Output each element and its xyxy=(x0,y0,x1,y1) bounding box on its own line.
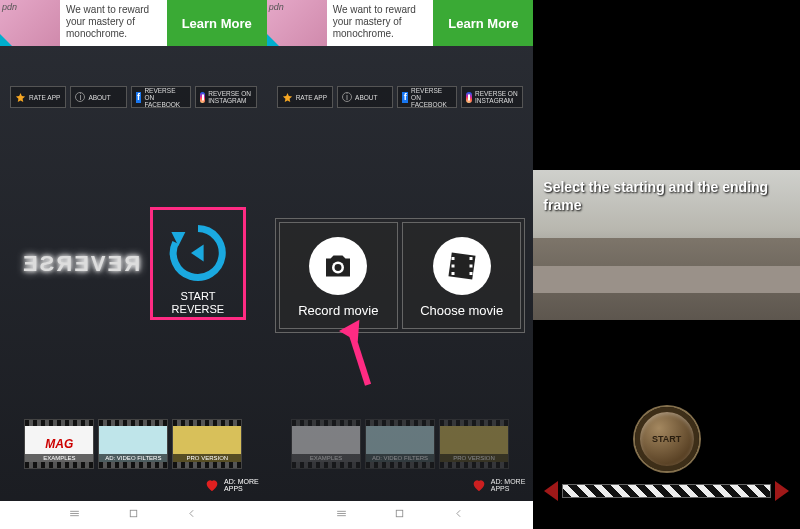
facebook-icon: f xyxy=(136,92,142,103)
instagram-label: REVERSE ON INSTAGRAM xyxy=(475,90,518,104)
svg-point-2 xyxy=(335,264,342,271)
trim-bar[interactable] xyxy=(562,484,771,498)
info-icon: i xyxy=(75,92,85,102)
instagram-icon xyxy=(466,92,472,103)
screen-trim: Select the starting and the ending frame… xyxy=(533,0,800,529)
nav-home-icon[interactable] xyxy=(393,506,406,524)
nav-recents-icon[interactable] xyxy=(68,506,81,524)
svg-rect-4 xyxy=(451,257,454,260)
svg-rect-6 xyxy=(451,272,454,275)
about-button[interactable]: iABOUT xyxy=(337,86,393,108)
nav-recents-icon[interactable] xyxy=(335,506,348,524)
heart-icon xyxy=(471,477,487,493)
video-filters-tile[interactable]: AD: VIDEO FILTERS xyxy=(98,419,168,469)
svg-rect-5 xyxy=(451,265,454,268)
examples-tile[interactable]: EXAMPLES xyxy=(291,419,361,469)
instagram-button[interactable]: REVERSE ON INSTAGRAM xyxy=(195,86,257,108)
trim-handle-left[interactable] xyxy=(544,481,558,501)
ad-cta-button[interactable]: Learn More xyxy=(433,0,533,46)
facebook-button[interactable]: f REVERSE ON FACEBOOK xyxy=(131,86,191,108)
video-preview[interactable]: Select the starting and the ending frame xyxy=(533,170,800,320)
pro-version-tile[interactable]: PRO VERSION xyxy=(439,419,509,469)
more-apps-button[interactable]: AD: MORE APPS xyxy=(471,477,526,493)
video-filters-tile[interactable]: AD: VIDEO FILTERS xyxy=(365,419,435,469)
start-reverse-label: START REVERSE xyxy=(172,290,225,314)
top-button-row: RATE APP i ABOUT f REVERSE ON FACEBOOK R… xyxy=(10,86,257,108)
app-logo: REVERSE xyxy=(21,251,140,277)
more-apps-label: AD: MORE APPS xyxy=(491,478,526,492)
about-label: ABOUT xyxy=(88,94,110,101)
start-button-label: START xyxy=(652,434,681,444)
more-apps-button[interactable]: AD: MORE APPS xyxy=(204,477,259,493)
svg-rect-0 xyxy=(130,510,137,517)
svg-rect-7 xyxy=(469,257,472,260)
camera-icon xyxy=(320,248,356,284)
nav-home-icon[interactable] xyxy=(127,506,140,524)
adchoices-icon xyxy=(267,34,279,46)
ad-image xyxy=(0,0,60,46)
adchoices-icon xyxy=(0,34,12,46)
about-label: ABOUT xyxy=(355,94,377,101)
choose-movie-button[interactable]: Choose movie xyxy=(402,222,521,329)
nav-back-icon[interactable] xyxy=(185,506,198,524)
examples-label: EXAMPLES xyxy=(292,454,360,462)
rate-app-label: RATE APP xyxy=(29,94,60,101)
pro-label: PRO VERSION xyxy=(173,454,241,462)
svg-rect-8 xyxy=(469,265,472,268)
film-circle xyxy=(433,237,491,295)
rate-app-button[interactable]: RATE APP xyxy=(277,86,333,108)
camera-circle xyxy=(309,237,367,295)
screen-dialog: We want to reward your mastery of monoch… xyxy=(267,0,534,529)
top-button-row: RATE APP iABOUT fREVERSE ON FACEBOOK REV… xyxy=(277,86,524,108)
instagram-button[interactable]: REVERSE ON INSTAGRAM xyxy=(461,86,523,108)
instagram-icon xyxy=(200,92,206,103)
heart-icon xyxy=(204,477,220,493)
trim-instruction: Select the starting and the ending frame xyxy=(533,170,800,222)
rate-app-button[interactable]: RATE APP xyxy=(10,86,66,108)
trim-handle-right[interactable] xyxy=(775,481,789,501)
instagram-label: REVERSE ON INSTAGRAM xyxy=(208,90,251,104)
filters-label: AD: VIDEO FILTERS xyxy=(99,454,167,462)
pro-label: PRO VERSION xyxy=(440,454,508,462)
star-icon xyxy=(15,92,26,103)
facebook-label: REVERSE ON FACEBOOK xyxy=(144,87,185,108)
pro-version-tile[interactable]: PRO VERSION xyxy=(172,419,242,469)
ad-cta-button[interactable]: Learn More xyxy=(167,0,267,46)
reverse-icon xyxy=(163,218,233,288)
choose-movie-label: Choose movie xyxy=(420,303,503,318)
examples-tile[interactable]: MAG EXAMPLES xyxy=(24,419,94,469)
ad-text: We want to reward your mastery of monoch… xyxy=(60,0,167,46)
facebook-icon: f xyxy=(402,92,408,103)
nav-back-icon[interactable] xyxy=(452,506,465,524)
start-button[interactable]: START xyxy=(635,407,699,471)
ad-banner[interactable]: We want to reward your mastery of monoch… xyxy=(267,0,534,46)
ad-banner[interactable]: We want to reward your mastery of monoch… xyxy=(0,0,267,46)
android-nav-bar xyxy=(0,501,267,529)
ad-image xyxy=(267,0,327,46)
star-icon xyxy=(282,92,293,103)
start-reverse-button[interactable]: START REVERSE xyxy=(150,207,246,319)
svg-rect-9 xyxy=(469,272,472,275)
source-dialog: Record movie Choose movie xyxy=(275,218,526,333)
film-icon xyxy=(444,248,480,284)
rate-app-label: RATE APP xyxy=(296,94,327,101)
examples-label: EXAMPLES xyxy=(25,454,93,462)
filters-label: AD: VIDEO FILTERS xyxy=(366,454,434,462)
facebook-button[interactable]: fREVERSE ON FACEBOOK xyxy=(397,86,457,108)
more-apps-label: AD: MORE APPS xyxy=(224,478,259,492)
screen-home: We want to reward your mastery of monoch… xyxy=(0,0,267,529)
svg-rect-11 xyxy=(397,510,404,517)
android-nav-bar xyxy=(267,501,534,529)
ad-text: We want to reward your mastery of monoch… xyxy=(327,0,434,46)
info-icon: i xyxy=(342,92,352,102)
svg-line-10 xyxy=(330,328,388,385)
about-button[interactable]: i ABOUT xyxy=(70,86,126,108)
facebook-label: REVERSE ON FACEBOOK xyxy=(411,87,452,108)
trim-track xyxy=(544,481,789,501)
